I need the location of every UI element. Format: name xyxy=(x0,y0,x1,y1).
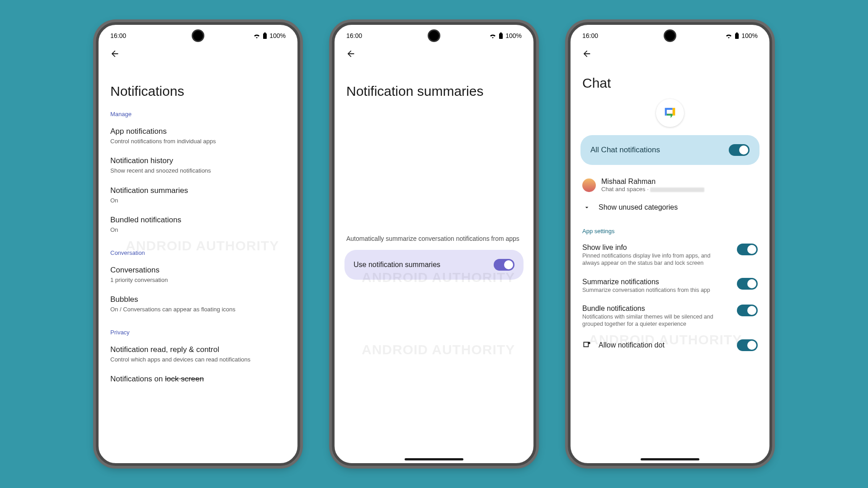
camera-cutout xyxy=(428,29,440,42)
screen-summaries: ANDROID AUTHORITY ANDROID AUTHORITY Noti… xyxy=(335,63,533,463)
status-right: 100% xyxy=(253,32,286,39)
toggle-switch[interactable] xyxy=(737,339,758,351)
camera-cutout xyxy=(664,29,676,42)
chevron-down-icon xyxy=(583,204,590,211)
back-button[interactable] xyxy=(342,45,360,63)
back-button[interactable] xyxy=(578,45,596,63)
setting-allow-notification-dot[interactable]: Allow notification dot xyxy=(580,333,760,351)
svg-rect-4 xyxy=(735,33,739,39)
toggle-switch[interactable] xyxy=(737,305,758,316)
svg-rect-3 xyxy=(500,33,502,33)
back-button[interactable] xyxy=(106,45,124,63)
toggle-switch[interactable] xyxy=(729,144,750,156)
battery-icon xyxy=(499,33,503,39)
item-read-reply-control[interactable]: Notification read, reply & control Contr… xyxy=(108,339,288,369)
show-unused-categories[interactable]: Show unused categories xyxy=(580,197,760,218)
battery-percent: 100% xyxy=(505,32,522,39)
screen-chat: ANDROID AUTHORITY Chat All Chat notifica… xyxy=(571,63,769,463)
section-manage: Manage xyxy=(110,111,286,117)
battery-icon xyxy=(735,33,739,39)
screen-notifications: ANDROID AUTHORITY Notifications Manage A… xyxy=(99,63,297,463)
status-time: 16:00 xyxy=(110,32,126,39)
item-bundled-notifications[interactable]: Bundled notifications On xyxy=(108,210,288,239)
toggle-label: Use notification summaries xyxy=(354,261,440,269)
toggle-switch[interactable] xyxy=(737,244,758,255)
item-conversations[interactable]: Conversations 1 priority conversation xyxy=(108,260,288,289)
toggle-switch[interactable] xyxy=(494,259,514,271)
battery-percent: 100% xyxy=(741,32,758,39)
watermark: ANDROID AUTHORITY xyxy=(362,342,515,357)
item-bubbles[interactable]: Bubbles On / Conversations can appear as… xyxy=(108,289,288,319)
setting-summarize-notifications[interactable]: Summarize notifications Summarize conver… xyxy=(580,272,760,299)
section-conversation: Conversation xyxy=(110,249,286,256)
item-notification-summaries[interactable]: Notification summaries On xyxy=(108,180,288,210)
item-lock-screen[interactable]: Notifications on lock screen xyxy=(108,369,288,390)
battery-percent: 100% xyxy=(269,32,286,39)
status-right: 100% xyxy=(725,32,758,39)
summary-description: Automatically summarize conversation not… xyxy=(346,235,522,244)
status-right: 100% xyxy=(489,32,522,39)
page-title: Notification summaries xyxy=(346,84,522,99)
page-title: Chat xyxy=(582,75,758,91)
svg-point-6 xyxy=(588,342,590,344)
page-title: Notifications xyxy=(110,84,286,99)
avatar xyxy=(582,178,596,192)
user-name: Mishaal Rahman xyxy=(601,178,704,186)
nav-bar[interactable] xyxy=(641,458,699,460)
wifi-icon xyxy=(489,33,496,38)
app-icon xyxy=(656,99,684,127)
back-arrow-icon xyxy=(110,49,120,59)
back-arrow-icon xyxy=(346,49,356,59)
svg-rect-5 xyxy=(736,33,738,33)
conversation-entry[interactable]: Mishaal Rahman Chat and spaces · xyxy=(580,173,760,197)
toggle-use-summaries[interactable]: Use notification summaries xyxy=(344,250,524,280)
section-app-settings: App settings xyxy=(582,228,758,235)
wifi-icon xyxy=(253,33,260,38)
wifi-icon xyxy=(725,33,732,38)
notification-dot-icon xyxy=(582,341,591,350)
setting-show-live-info[interactable]: Show live info Pinned notifications disp… xyxy=(580,238,760,272)
status-time: 16:00 xyxy=(346,32,362,39)
svg-rect-2 xyxy=(499,33,503,39)
phone-frame-2: 16:00 100% ANDROID AUTHORITY ANDROID AUT… xyxy=(332,22,536,466)
item-notification-history[interactable]: Notification history Show recent and sno… xyxy=(108,150,288,180)
google-chat-icon xyxy=(662,105,678,121)
item-app-notifications[interactable]: App notifications Control notifications … xyxy=(108,121,288,150)
redacted-text xyxy=(650,188,704,192)
camera-cutout xyxy=(192,29,204,42)
section-privacy: Privacy xyxy=(110,329,286,336)
toggle-switch[interactable] xyxy=(737,278,758,290)
status-time: 16:00 xyxy=(582,32,598,39)
user-sub: Chat and spaces · xyxy=(601,186,704,192)
svg-rect-0 xyxy=(263,33,267,39)
setting-bundle-notifications[interactable]: Bundle notifications Notifications with … xyxy=(580,299,760,333)
battery-icon xyxy=(263,33,267,39)
toggle-label: All Chat notifications xyxy=(590,145,660,155)
back-arrow-icon xyxy=(582,49,592,59)
phone-frame-3: 16:00 100% ANDROID AUTHORITY Chat xyxy=(568,22,772,466)
svg-rect-1 xyxy=(264,33,266,33)
phone-frame-1: 16:00 100% ANDROID AUTHORITY Notificatio… xyxy=(96,22,300,466)
toggle-all-chat[interactable]: All Chat notifications xyxy=(580,135,760,165)
nav-bar[interactable] xyxy=(405,458,463,460)
